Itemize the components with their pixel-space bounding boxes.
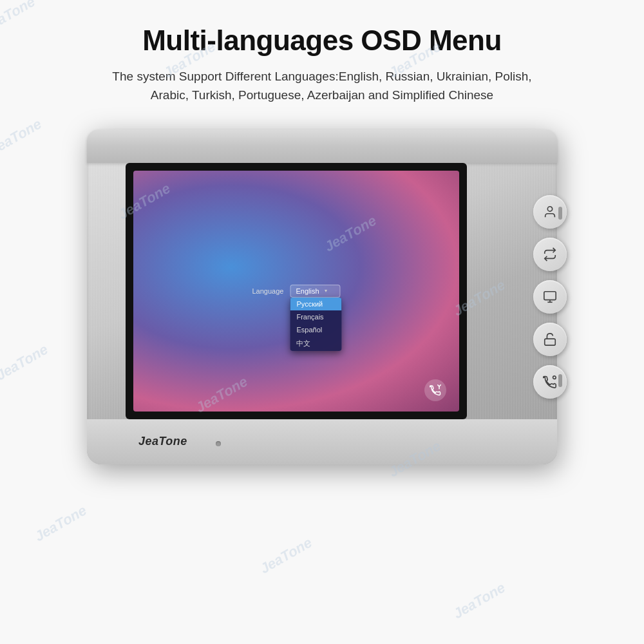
right-screw-top bbox=[558, 207, 562, 220]
chevron-down-icon: ▾ bbox=[325, 288, 327, 294]
page-subtitle: The system Support Different Languages:E… bbox=[103, 67, 541, 105]
osd-item-chinese[interactable]: 中文 bbox=[290, 336, 341, 351]
page-title: Multi-languages OSD Menu bbox=[0, 24, 644, 57]
device-bezel: ⏻ 1 2 Language English ▾ bbox=[126, 163, 467, 419]
osd-language-row: Language English ▾ Русский Français Espa… bbox=[252, 285, 340, 298]
osd-menu: Language English ▾ Русский Français Espa… bbox=[252, 285, 340, 298]
header-section: Multi-languages OSD Menu The system Supp… bbox=[0, 0, 644, 118]
swap-button[interactable] bbox=[533, 238, 567, 271]
osd-selected-text: English bbox=[296, 287, 319, 295]
svg-point-6 bbox=[553, 376, 556, 379]
monitor-button[interactable] bbox=[533, 280, 567, 314]
svg-rect-5 bbox=[545, 339, 556, 345]
right-buttons-panel bbox=[533, 195, 567, 399]
device-wrapper: JeaTone ⏻ 1 2 Language English bbox=[0, 129, 644, 464]
watermark: JeaTone bbox=[32, 502, 90, 545]
call-button-screen[interactable] bbox=[424, 379, 446, 401]
osd-dropdown-list: Русский Français Español 中文 bbox=[290, 298, 341, 351]
osd-selected-value[interactable]: English ▾ bbox=[290, 285, 340, 298]
device-outer: JeaTone ⏻ 1 2 Language English bbox=[87, 129, 557, 464]
right-screw-bottom bbox=[558, 374, 562, 387]
svg-rect-2 bbox=[544, 292, 556, 300]
osd-item-french[interactable]: Français bbox=[290, 310, 341, 323]
watermark: JeaTone bbox=[450, 580, 508, 623]
device-bottom-bar: JeaTone bbox=[87, 419, 557, 464]
device-top-bar bbox=[87, 129, 557, 163]
osd-dropdown[interactable]: English ▾ Русский Français Español 中文 bbox=[290, 285, 340, 298]
watermark: JeaTone bbox=[257, 535, 315, 578]
unlock-button[interactable] bbox=[533, 323, 567, 356]
osd-item-russian[interactable]: Русский bbox=[290, 298, 341, 310]
device-screen: Language English ▾ Русский Français Espa… bbox=[133, 171, 459, 412]
brand-label: JeaTone bbox=[138, 435, 187, 448]
bottom-dot bbox=[216, 441, 221, 446]
svg-point-1 bbox=[547, 207, 552, 211]
osd-item-spanish[interactable]: Español bbox=[290, 323, 341, 336]
osd-language-label: Language bbox=[252, 287, 283, 295]
